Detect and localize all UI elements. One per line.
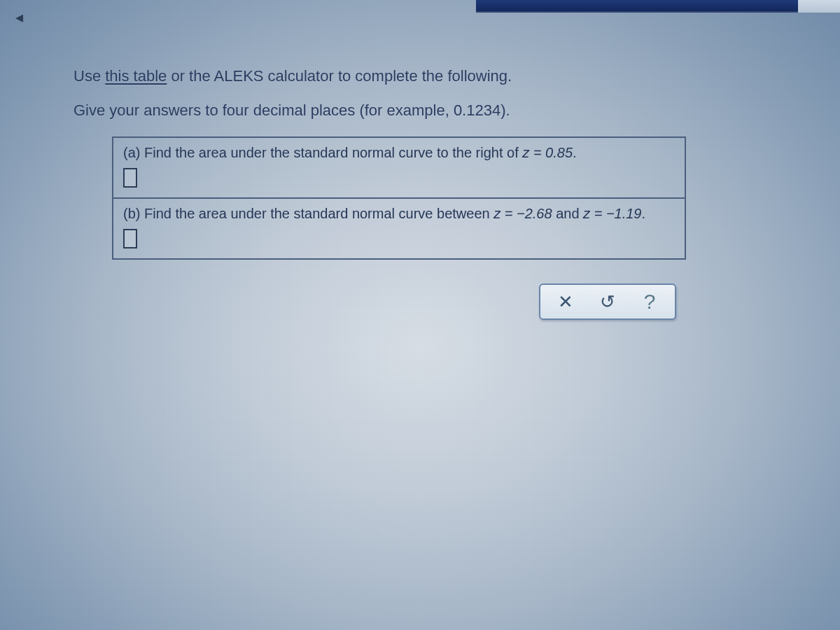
question-b-label: (b) xyxy=(123,206,140,221)
question-a-z: z = 0.85 xyxy=(522,145,573,160)
instructions-post: or the ALEKS calculator to complete the … xyxy=(167,67,512,85)
question-b-post: . xyxy=(642,206,646,221)
question-b-text: Find the area under the standard normal … xyxy=(140,206,493,221)
instructions-pre: Use xyxy=(74,67,105,85)
back-arrow-icon[interactable]: ◂ xyxy=(15,8,23,27)
question-b-z1: z = −2.68 xyxy=(493,206,552,221)
answer-input-b[interactable] xyxy=(123,229,137,248)
question-a-post: . xyxy=(573,145,577,160)
instructions: Use this table or the ALEKS calculator t… xyxy=(74,66,718,134)
answer-input-a[interactable] xyxy=(123,168,137,188)
window-titlebar-accent xyxy=(476,0,798,13)
question-b-mid: and xyxy=(552,206,583,221)
clear-button[interactable]: ✕ xyxy=(545,288,587,316)
question-a: (a) Find the area under the standard nor… xyxy=(113,138,685,197)
this-table-link[interactable]: this table xyxy=(105,67,167,85)
question-b: (b) Find the area under the standard nor… xyxy=(113,197,685,258)
clear-icon: ✕ xyxy=(558,291,573,313)
question-a-text: Find the area under the standard normal … xyxy=(140,145,522,160)
answer-controls: ✕ ↺ ? xyxy=(539,284,676,320)
help-button[interactable]: ? xyxy=(629,288,671,316)
instructions-line-2: Give your answers to four decimal places… xyxy=(74,101,718,121)
question-b-z2: z = −1.19 xyxy=(583,206,641,221)
reset-button[interactable]: ↺ xyxy=(587,288,629,316)
instructions-line-1: Use this table or the ALEKS calculator t… xyxy=(74,66,718,87)
reset-icon: ↺ xyxy=(600,291,615,313)
help-icon: ? xyxy=(644,290,656,314)
question-a-label: (a) xyxy=(123,145,140,160)
question-box: (a) Find the area under the standard nor… xyxy=(112,136,686,260)
window-titlebar-cap xyxy=(798,0,840,13)
